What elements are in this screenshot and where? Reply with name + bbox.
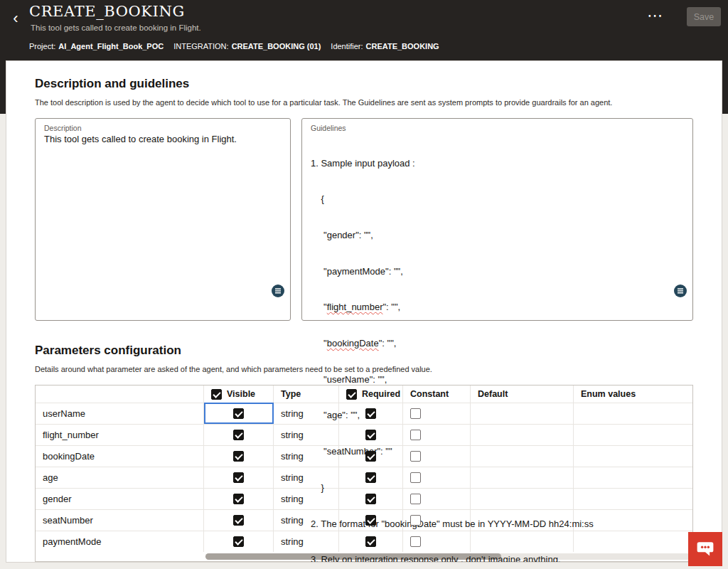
visible-checkbox[interactable] [233,494,244,504]
visible-checkbox[interactable] [233,430,244,440]
description-section-title: Description and guidelines [35,77,693,91]
guidelines-box: Guidelines 1. Sample input payload : { "… [301,118,693,321]
project-value: AI_Agent_Flight_Book_POC [58,42,164,50]
description-textarea[interactable]: This tool gets called to create booking … [44,134,282,146]
visible-cell [204,467,274,488]
guidelines-line: } [311,482,684,494]
guidelines-line: "bookingDate": "", [311,338,684,350]
identifier-label: Identifier: [331,42,363,50]
guidelines-line: { [311,193,684,206]
constant-checkbox[interactable] [410,408,421,419]
param-name: userName [36,403,204,424]
resize-grip-icon[interactable] [674,284,687,297]
visible-checkbox[interactable] [233,408,244,419]
guidelines-line: "userName": "", [311,374,684,386]
chat-bubble-icon [695,538,715,560]
back-button[interactable]: ‹ [7,7,24,28]
description-guidelines-row: Description This tool gets called to cre… [35,118,693,321]
identifier-value: CREATE_BOOKING [366,42,439,50]
param-name: paymentMode [36,531,204,552]
param-name: flight_number [36,424,204,445]
description-section-subtitle: The tool description is used by the agen… [35,98,693,107]
integration-label: INTEGRATION: [173,42,228,50]
description-box: Description This tool gets called to cre… [35,118,291,321]
project-label: Project: [29,42,55,50]
required-header-checkbox[interactable] [346,389,357,400]
constant-checkbox[interactable] [410,451,421,462]
visible-cell [204,531,274,552]
page-title: CREATE_BOOKING [29,3,185,20]
guidelines-line: "flight_number": "", [311,302,684,314]
visible-cell [204,509,274,531]
overflow-menu-button[interactable]: ⋯ [643,6,667,26]
guidelines-line: 3. Rely on integration response only , d… [311,554,684,563]
visible-checkbox[interactable] [233,451,244,462]
save-button[interactable]: Save [687,7,721,26]
column-header-name [36,385,204,403]
required-checkbox[interactable] [365,494,376,504]
param-name: age [36,467,204,488]
description-box-label: Description [44,124,282,132]
visible-header-checkbox[interactable] [211,389,222,400]
visible-header-label: Visible [227,389,255,399]
integration-value: CREATE_BOOKING (01) [232,42,321,50]
assistant-button[interactable] [688,532,722,566]
constant-checkbox[interactable] [410,536,421,547]
required-checkbox[interactable] [365,515,376,526]
param-name: bookingDate [36,445,204,467]
visible-checkbox[interactable] [233,472,244,483]
page-subtitle: This tool gets called to create booking … [31,23,201,32]
required-checkbox[interactable] [365,536,376,547]
visible-cell [204,488,274,509]
visible-cell [204,403,274,424]
constant-checkbox[interactable] [410,430,421,440]
back-chevron-icon: ‹ [13,9,18,27]
visible-cell [204,445,274,467]
required-checkbox[interactable] [365,408,376,419]
column-header-visible: Visible [204,385,274,403]
constant-checkbox[interactable] [410,494,421,504]
guidelines-line: "gender": "", [311,230,684,242]
param-name: seatNumber [36,509,204,531]
main-panel: Description and guidelines The tool desc… [6,60,722,563]
constant-checkbox[interactable] [410,515,421,526]
visible-checkbox[interactable] [233,515,244,526]
required-checkbox[interactable] [365,451,376,462]
guidelines-box-label: Guidelines [311,124,684,132]
ellipsis-icon: ⋯ [647,6,663,24]
app-window: ‹ CREATE_BOOKING This tool gets called t… [0,0,728,569]
visible-checkbox[interactable] [233,536,244,547]
guidelines-line: "paymentMode": "", [311,266,684,278]
param-name: gender [36,488,204,509]
constant-checkbox[interactable] [410,472,421,483]
visible-cell [204,424,274,445]
guidelines-line: 1. Sample input payload : [311,158,684,170]
required-checkbox[interactable] [365,472,376,483]
resize-grip-icon[interactable] [272,284,284,297]
breadcrumb-meta: Project: AI_Agent_Flight_Book_POC INTEGR… [29,42,449,50]
required-checkbox[interactable] [365,430,376,440]
